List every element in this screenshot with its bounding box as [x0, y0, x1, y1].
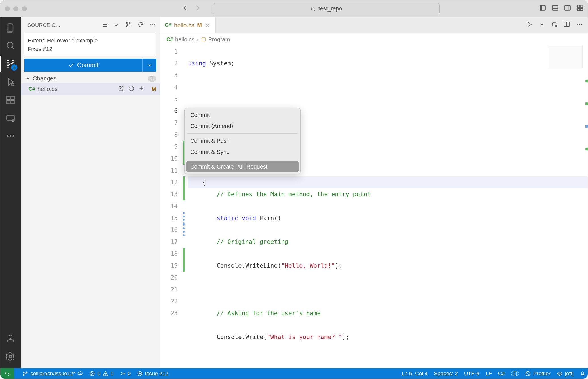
line-numbers: 1234567891011121314151617181920212223: [160, 46, 182, 368]
activity-explorer[interactable]: [4, 21, 17, 34]
commit-split-dropdown[interactable]: [143, 59, 156, 72]
svg-point-33: [152, 24, 153, 25]
symbol-icon: [201, 37, 206, 42]
layout-right-icon[interactable]: [564, 4, 571, 13]
commit-button[interactable]: Commit: [24, 59, 143, 72]
nav-forward[interactable]: [194, 4, 202, 13]
svg-point-35: [552, 22, 553, 24]
branch-icon: [22, 371, 28, 376]
svg-point-11: [7, 42, 13, 48]
menu-commit-pr[interactable]: Commit & Create Pull Request: [186, 161, 299, 172]
code-content[interactable]: using System; namespace HelloWorld { cla…: [185, 46, 588, 368]
activity-account[interactable]: [4, 332, 17, 345]
layout-customize-icon[interactable]: [576, 4, 584, 13]
svg-rect-10: [581, 8, 583, 11]
layout-left-icon[interactable]: [539, 4, 546, 13]
file-status: M: [151, 86, 156, 92]
activity-extensions[interactable]: [4, 94, 17, 106]
view-as-tree-icon[interactable]: [102, 21, 109, 29]
svg-rect-19: [11, 96, 14, 100]
svg-rect-8: [581, 5, 583, 7]
nav-back[interactable]: [181, 4, 189, 13]
svg-rect-9: [577, 8, 579, 11]
svg-rect-17: [7, 101, 10, 104]
changes-count: 1: [148, 76, 156, 82]
menu-commit[interactable]: Commit: [186, 110, 299, 121]
split-editor-icon[interactable]: [563, 21, 570, 29]
svg-point-25: [9, 335, 12, 338]
svg-point-0: [311, 7, 314, 10]
titlebar: test_repo: [0, 0, 588, 17]
more-icon[interactable]: [149, 21, 156, 29]
scm-title: SOURCE C...: [28, 22, 70, 28]
warning-icon: [103, 371, 108, 376]
nav-buttons: [181, 4, 202, 13]
linked-issue[interactable]: Issue #12: [137, 371, 168, 377]
commit-dropdown-menu: Commit Commit (Amend) Commit & Push Comm…: [184, 108, 301, 174]
tab-status: M: [197, 22, 202, 28]
svg-point-41: [581, 24, 582, 25]
editor-more-icon[interactable]: [576, 21, 583, 29]
commit-button-label: Commit: [77, 61, 99, 69]
window-controls: [5, 6, 27, 11]
commit-check-icon[interactable]: [114, 21, 120, 29]
branch-status[interactable]: coillarach/issue12*: [22, 371, 83, 377]
code-area[interactable]: 1234567891011121314151617181920212223 us…: [160, 46, 588, 368]
command-center[interactable]: test_repo: [213, 3, 440, 14]
activity-source-control[interactable]: 1: [4, 58, 17, 70]
scm-panel: SOURCE C... Extend HelloWorld example Fi…: [21, 17, 160, 368]
minimap[interactable]: [549, 46, 583, 68]
activity-more[interactable]: [4, 130, 17, 142]
svg-point-30: [127, 22, 128, 24]
issue-icon: [137, 371, 143, 376]
close-icon[interactable]: [205, 22, 210, 28]
cloud-sync-icon: [77, 371, 83, 376]
svg-point-13: [7, 65, 9, 67]
changed-file-row[interactable]: C# hello.cs M: [21, 83, 160, 95]
changes-group[interactable]: Changes 1: [21, 74, 160, 83]
svg-point-34: [154, 24, 155, 25]
create-pr-icon[interactable]: [126, 21, 132, 29]
svg-point-14: [12, 60, 14, 62]
activity-remote[interactable]: [4, 112, 17, 124]
menu-commit-amend[interactable]: Commit (Amend): [186, 121, 299, 132]
compare-icon[interactable]: [551, 21, 558, 29]
svg-point-47: [105, 375, 106, 375]
check-icon: [68, 62, 74, 68]
refresh-icon[interactable]: [138, 21, 144, 29]
breadcrumb[interactable]: C# hello.cs › Program: [160, 33, 588, 46]
run-chevron-icon[interactable]: [538, 21, 545, 29]
svg-point-22: [7, 135, 9, 137]
svg-point-48: [122, 373, 123, 374]
svg-rect-2: [540, 5, 542, 10]
discard-icon[interactable]: [128, 85, 134, 93]
overview-ruler[interactable]: [584, 46, 588, 368]
activity-search[interactable]: [4, 39, 17, 52]
svg-point-15: [11, 83, 14, 86]
layout-bottom-icon[interactable]: [551, 4, 559, 13]
menu-commit-push[interactable]: Commit & Push: [186, 135, 299, 146]
tab-hello[interactable]: C# hello.cs M: [160, 17, 216, 33]
run-icon[interactable]: [526, 21, 533, 29]
open-file-icon[interactable]: [118, 85, 124, 93]
diff-gutter: [182, 46, 185, 368]
problems-status[interactable]: 0 0: [89, 371, 113, 377]
stage-icon[interactable]: [138, 85, 145, 93]
svg-point-31: [127, 25, 128, 27]
commit-message-input[interactable]: Extend HelloWorld example Fixes #12: [24, 33, 156, 56]
activity-settings[interactable]: [4, 350, 17, 363]
radio-icon: [120, 371, 126, 376]
svg-point-50: [139, 373, 141, 374]
svg-rect-7: [577, 5, 579, 7]
traffic-max[interactable]: [22, 6, 27, 11]
traffic-min[interactable]: [13, 6, 18, 11]
activity-debug[interactable]: [4, 76, 17, 88]
changes-label: Changes: [33, 75, 56, 82]
scm-badge: 1: [11, 64, 17, 71]
remote-indicator[interactable]: [0, 368, 14, 379]
traffic-close[interactable]: [5, 6, 10, 11]
svg-rect-18: [11, 101, 14, 104]
activity-bar: 1: [0, 17, 21, 368]
menu-commit-sync[interactable]: Commit & Sync: [186, 146, 299, 157]
ports-status[interactable]: 0: [120, 371, 131, 377]
